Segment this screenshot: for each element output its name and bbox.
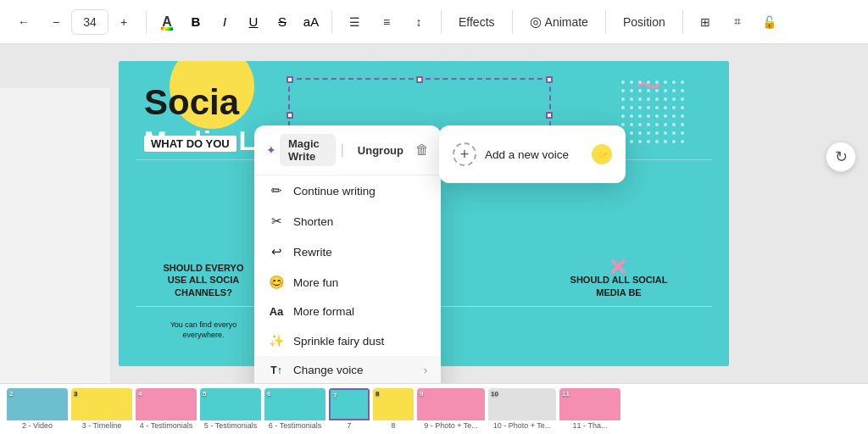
rewrite-item[interactable]: ↩ Rewrite (254, 236, 441, 267)
svg-rect-1 (619, 78, 687, 146)
filmstrip-thumb-9: 9 (417, 388, 485, 420)
change-voice-item[interactable]: T↑ Change voice › (254, 356, 441, 383)
canvas-right-text: SHOULD ALL SOCIALMEDIA BE (559, 274, 678, 298)
filmstrip-thumb-8: 8 (373, 388, 414, 420)
rewrite-icon: ↩ (268, 244, 285, 259)
filmstrip-item-5[interactable]: 5 5 - Testimonials (200, 388, 261, 431)
filmstrip-thumb-4: 4 (136, 388, 197, 420)
main-area: 〜 SociaMedia Li WHAT DO YOU ✕ ✕ SHOULD E… (0, 44, 868, 383)
magic-write-wand-icon: ✦ (266, 143, 276, 157)
lock-button[interactable]: 🔓 (756, 8, 783, 36)
sprinkle-label: Sprinkle fairy dust (293, 335, 384, 348)
selection-handle-tm (416, 76, 423, 83)
tab-separator: | (341, 142, 344, 158)
animate-button[interactable]: ◎ Animate (521, 8, 597, 36)
add-voice-label: Add a new voice (485, 148, 569, 161)
filmstrip-item-10[interactable]: 10 10 - Photo + Te... (488, 388, 556, 431)
font-size-group: − + (42, 8, 137, 36)
font-color-button[interactable]: A (155, 10, 179, 34)
divider-1 (146, 10, 147, 34)
increase-font-size-button[interactable]: + (110, 8, 137, 36)
shorten-icon: ✂ (268, 214, 285, 229)
more-fun-label: More fun (293, 276, 338, 289)
filmstrip-num-2: 2 (9, 390, 13, 398)
filmstrip-num-7: 7 (333, 392, 337, 399)
position-button[interactable]: Position (615, 8, 674, 36)
grid-button[interactable]: ⊞ (692, 8, 719, 36)
shorten-item[interactable]: ✂ Shorten (254, 206, 441, 236)
filmstrip-thumb-5: 5 (200, 388, 261, 420)
filmstrip-thumb-7: 7 (329, 388, 370, 420)
more-fun-icon: 😊 (268, 275, 285, 290)
filmstrip-item-3[interactable]: 3 3 - Timeline (71, 388, 132, 431)
more-formal-icon: Aa (268, 305, 285, 318)
filmstrip-num-11: 11 (562, 390, 570, 398)
filmstrip-thumb-6: 6 (264, 388, 326, 420)
canvas-left-sub: You can find everyoeverywhere. (136, 320, 271, 341)
magic-write-tab[interactable]: Magic Write (280, 134, 336, 166)
color-swatch (161, 27, 173, 31)
change-voice-label: Change voice (293, 364, 364, 376)
undo-button[interactable]: ← (10, 8, 37, 36)
filmstrip-item-2[interactable]: 2 2 - Video (7, 388, 68, 431)
ungroup-tab[interactable]: Ungroup (349, 141, 412, 160)
filmstrip-item-4[interactable]: 4 4 - Testimonials (136, 388, 197, 431)
underline-button[interactable]: U (242, 10, 265, 34)
filmstrip-num-4: 4 (138, 390, 142, 398)
sprinkle-icon: ✨ (268, 333, 285, 348)
more-formal-item[interactable]: Aa More formal (254, 298, 441, 326)
animate-icon: ◎ (530, 14, 542, 30)
delete-icon[interactable]: 🗑 (415, 142, 429, 158)
filmstrip-label-8: 8 (373, 420, 414, 431)
filmstrip-label-7: 7 (329, 420, 370, 431)
more-fun-item[interactable]: 😊 More fun (254, 267, 441, 298)
font-size-input[interactable] (71, 9, 108, 35)
crop-button[interactable]: ⌗ (724, 8, 751, 36)
align-center-button[interactable]: ≡ (373, 8, 400, 36)
effects-button[interactable]: Effects (450, 8, 504, 36)
filmstrip-item-6[interactable]: 6 6 - Testimonials (264, 388, 326, 431)
filmstrip-label-5: 5 - Testimonials (200, 420, 261, 431)
decrease-font-size-button[interactable]: − (42, 8, 70, 36)
selection-handle-tl (287, 76, 293, 83)
filmstrip-label-3: 3 - Timeline (71, 420, 132, 431)
align-left-button[interactable]: ☰ (341, 8, 368, 36)
filmstrip-thumb-10: 10 (488, 388, 556, 420)
filmstrip-item-7[interactable]: 7 7 (329, 388, 370, 431)
filmstrip-label-2: 2 - Video (7, 420, 68, 431)
filmstrip-item-11[interactable]: 11 11 - Tha... (559, 388, 620, 431)
strikethrough-button[interactable]: S (270, 10, 294, 34)
filmstrip-thumb-3: 3 (71, 388, 132, 420)
font-aa-button[interactable]: aA (299, 10, 323, 34)
rotate-button[interactable]: ↻ (826, 142, 856, 172)
add-voice-star-icon: ⭐ (592, 144, 612, 164)
divider-4 (512, 10, 513, 34)
line-height-button[interactable]: ↕ (405, 8, 432, 36)
add-new-voice-item[interactable]: + Add a new voice ⭐ (439, 134, 626, 175)
effects-label: Effects (459, 15, 495, 29)
canvas-subtitle: WHAT DO YOU (144, 136, 236, 152)
add-voice-plus-icon: + (453, 142, 476, 166)
filmstrip-num-9: 9 (420, 390, 423, 398)
filmstrip-label-11: 11 - Tha... (559, 420, 620, 431)
filmstrip-num-6: 6 (267, 390, 270, 398)
toolbar: ← − + A B I U S aA ☰ ≡ ↕ Effects ◎ Anima… (0, 0, 868, 44)
selection-handle-tr (546, 76, 553, 83)
divider-5 (605, 10, 606, 34)
bold-button[interactable]: B (184, 10, 208, 34)
selection-handle-ml (287, 112, 293, 119)
divider-2 (331, 10, 332, 34)
sprinkle-fairy-dust-item[interactable]: ✨ Sprinkle fairy dust (254, 326, 441, 356)
filmstrip-item-8[interactable]: 8 8 (373, 388, 414, 431)
rewrite-label: Rewrite (293, 246, 332, 259)
divider-3 (441, 10, 442, 34)
filmstrip-item-9[interactable]: 9 9 - Photo + Te... (417, 388, 485, 431)
divider-6 (682, 10, 683, 34)
continue-writing-item[interactable]: ✏ Continue writing (254, 175, 441, 206)
continue-writing-label: Continue writing (293, 185, 376, 198)
filmstrip-label-10: 10 - Photo + Te... (488, 420, 556, 431)
filmstrip-num-8: 8 (376, 390, 379, 398)
more-formal-label: More formal (293, 305, 354, 318)
italic-button[interactable]: I (213, 10, 236, 34)
submenu-arrow-icon: › (424, 364, 427, 376)
